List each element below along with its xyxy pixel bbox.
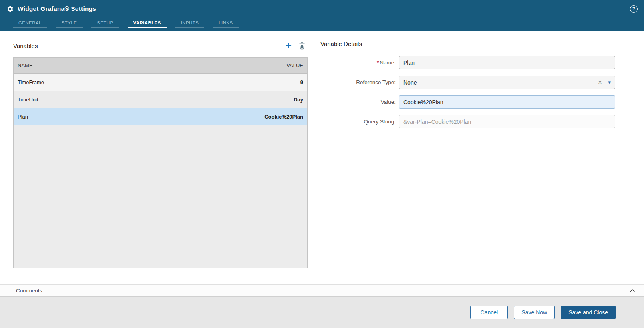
footer-bar: Cancel Save Now Save and Close — [0, 297, 644, 328]
save-now-button[interactable]: Save Now — [514, 306, 555, 319]
name-input[interactable] — [399, 56, 615, 69]
variable-name: TimeFrame — [18, 79, 44, 85]
title-bar: Widget Grafana® Settings ? — [0, 0, 644, 18]
required-marker: * — [377, 60, 379, 66]
name-label: *Name: — [320, 60, 396, 66]
delete-variable-button[interactable] — [299, 42, 305, 50]
variables-table: NAME VALUE TimeFrame 9 TimeUnit Day Plan… — [13, 57, 308, 268]
reference-type-field-row: Reference Type: None × ▾ — [320, 76, 631, 89]
tab-style[interactable]: STYLE — [56, 19, 83, 28]
variable-value: Cookie%20Plan — [264, 114, 303, 120]
variable-details-panel: Variable Details *Name: Reference Type: … — [308, 37, 631, 284]
settings-dialog: Widget Grafana® Settings ? GENERAL STYLE… — [0, 0, 644, 328]
variables-panel: Variables + NAM — [13, 37, 308, 284]
cancel-button[interactable]: Cancel — [470, 306, 508, 319]
variable-value: 9 — [300, 79, 303, 85]
dialog-title: Widget Grafana® Settings — [18, 5, 96, 12]
clear-icon[interactable]: × — [595, 79, 605, 86]
trash-icon — [299, 42, 305, 50]
variable-name: Plan — [18, 114, 28, 120]
reference-type-value: None — [403, 79, 595, 86]
query-string-input — [399, 115, 615, 128]
variable-details-title: Variable Details — [320, 40, 631, 47]
settings-tab-bar: GENERAL STYLE SETUP VARIABLES INPUTS LIN… — [0, 18, 644, 31]
variables-toolbar: + — [285, 41, 308, 50]
table-row[interactable]: TimeUnit Day — [14, 91, 307, 108]
save-and-close-button[interactable]: Save and Close — [561, 306, 616, 319]
variables-panel-header: Variables + — [13, 40, 308, 51]
table-header: NAME VALUE — [14, 58, 307, 74]
tab-links[interactable]: LINKS — [213, 19, 238, 28]
reference-type-label: Reference Type: — [320, 79, 396, 85]
chevron-up-icon[interactable] — [630, 289, 635, 292]
name-field-row: *Name: — [320, 56, 631, 69]
help-icon[interactable]: ? — [630, 5, 638, 13]
variable-name: TimeUnit — [18, 97, 38, 103]
comments-label: Comments: — [16, 288, 44, 294]
query-string-label: Query String: — [320, 119, 396, 125]
value-label: Value: — [320, 99, 396, 105]
tab-setup[interactable]: SETUP — [91, 19, 119, 28]
table-row-selected[interactable]: Plan Cookie%20Plan — [14, 108, 307, 125]
main-content: Variables + NAM — [0, 31, 644, 284]
comments-section[interactable]: Comments: — [0, 284, 644, 297]
query-string-field-row: Query String: — [320, 115, 631, 128]
value-input[interactable] — [399, 95, 615, 109]
table-row[interactable]: TimeFrame 9 — [14, 74, 307, 91]
variable-value: Day — [294, 97, 303, 103]
gear-icon — [6, 5, 14, 13]
chevron-down-icon[interactable]: ▾ — [605, 79, 611, 85]
variables-title: Variables — [13, 42, 38, 49]
add-variable-button[interactable]: + — [285, 41, 292, 50]
column-name: NAME — [18, 62, 286, 68]
reference-type-dropdown[interactable]: None × ▾ — [399, 76, 615, 89]
tab-general[interactable]: GENERAL — [13, 19, 47, 28]
tab-inputs[interactable]: INPUTS — [175, 19, 205, 28]
value-field-row: Value: — [320, 95, 631, 109]
column-value: VALUE — [286, 62, 303, 68]
tab-variables[interactable]: VARIABLES — [128, 19, 167, 28]
